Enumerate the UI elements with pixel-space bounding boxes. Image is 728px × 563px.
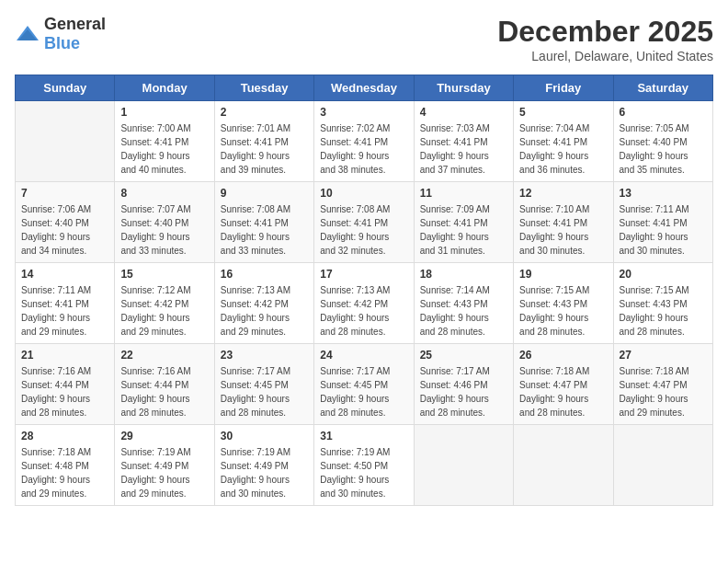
day-info: Sunrise: 7:13 AMSunset: 4:42 PMDaylight:… xyxy=(221,283,308,339)
day-number: 7 xyxy=(21,187,108,200)
day-info: Sunrise: 7:05 AMSunset: 4:40 PMDaylight:… xyxy=(620,121,707,177)
day-info: Sunrise: 7:19 AMSunset: 4:49 PMDaylight:… xyxy=(120,445,208,500)
day-number: 16 xyxy=(221,268,308,281)
weekday-header-tuesday: Tuesday xyxy=(214,75,313,101)
calendar-cell: 29Sunrise: 7:19 AMSunset: 4:49 PMDayligh… xyxy=(115,425,214,506)
day-number: 5 xyxy=(519,106,607,119)
day-info: Sunrise: 7:11 AMSunset: 4:41 PMDaylight:… xyxy=(21,283,108,339)
day-info: Sunrise: 7:18 AMSunset: 4:47 PMDaylight:… xyxy=(620,364,707,419)
calendar-cell: 21Sunrise: 7:16 AMSunset: 4:44 PMDayligh… xyxy=(16,344,115,425)
day-info: Sunrise: 7:03 AMSunset: 4:41 PMDaylight:… xyxy=(420,121,507,177)
day-info: Sunrise: 7:08 AMSunset: 4:41 PMDaylight:… xyxy=(221,202,308,258)
day-number: 17 xyxy=(320,268,407,281)
week-row-5: 28Sunrise: 7:18 AMSunset: 4:48 PMDayligh… xyxy=(16,425,713,506)
week-row-4: 21Sunrise: 7:16 AMSunset: 4:44 PMDayligh… xyxy=(16,344,713,425)
calendar-cell: 31Sunrise: 7:19 AMSunset: 4:50 PMDayligh… xyxy=(314,425,414,506)
week-row-2: 7Sunrise: 7:06 AMSunset: 4:40 PMDaylight… xyxy=(16,182,713,263)
day-info: Sunrise: 7:00 AMSunset: 4:41 PMDaylight:… xyxy=(120,121,208,177)
calendar-cell xyxy=(613,425,712,506)
calendar-cell: 18Sunrise: 7:14 AMSunset: 4:43 PMDayligh… xyxy=(414,263,513,344)
day-info: Sunrise: 7:11 AMSunset: 4:41 PMDaylight:… xyxy=(620,202,707,258)
day-number: 29 xyxy=(120,430,208,442)
calendar-cell: 10Sunrise: 7:08 AMSunset: 4:41 PMDayligh… xyxy=(314,182,414,263)
day-number: 10 xyxy=(320,187,407,200)
day-number: 25 xyxy=(420,349,507,362)
day-number: 21 xyxy=(21,349,108,362)
calendar-cell: 14Sunrise: 7:11 AMSunset: 4:41 PMDayligh… xyxy=(16,263,115,344)
day-number: 24 xyxy=(320,349,407,362)
day-info: Sunrise: 7:18 AMSunset: 4:47 PMDaylight:… xyxy=(519,364,607,419)
day-info: Sunrise: 7:16 AMSunset: 4:44 PMDaylight:… xyxy=(120,364,208,419)
week-row-3: 14Sunrise: 7:11 AMSunset: 4:41 PMDayligh… xyxy=(16,263,713,344)
calendar-cell: 15Sunrise: 7:12 AMSunset: 4:42 PMDayligh… xyxy=(115,263,214,344)
day-info: Sunrise: 7:14 AMSunset: 4:43 PMDaylight:… xyxy=(420,283,507,339)
calendar-cell: 4Sunrise: 7:03 AMSunset: 4:41 PMDaylight… xyxy=(414,101,513,182)
day-info: Sunrise: 7:06 AMSunset: 4:40 PMDaylight:… xyxy=(21,202,108,258)
day-number: 28 xyxy=(21,430,108,442)
calendar-cell: 16Sunrise: 7:13 AMSunset: 4:42 PMDayligh… xyxy=(214,263,313,344)
weekday-header-row: SundayMondayTuesdayWednesdayThursdayFrid… xyxy=(16,75,713,101)
calendar-cell: 7Sunrise: 7:06 AMSunset: 4:40 PMDaylight… xyxy=(16,182,115,263)
logo-icon xyxy=(15,24,40,44)
day-info: Sunrise: 7:15 AMSunset: 4:43 PMDaylight:… xyxy=(620,283,707,339)
header: General Blue December 2025 Laurel, Delaw… xyxy=(15,15,713,63)
calendar-cell: 9Sunrise: 7:08 AMSunset: 4:41 PMDaylight… xyxy=(214,182,313,263)
day-info: Sunrise: 7:17 AMSunset: 4:46 PMDaylight:… xyxy=(420,364,507,419)
day-info: Sunrise: 7:08 AMSunset: 4:41 PMDaylight:… xyxy=(320,202,407,258)
calendar-cell: 30Sunrise: 7:19 AMSunset: 4:49 PMDayligh… xyxy=(214,425,313,506)
calendar-cell: 24Sunrise: 7:17 AMSunset: 4:45 PMDayligh… xyxy=(314,344,414,425)
logo-general: General xyxy=(44,15,106,33)
day-number: 30 xyxy=(221,430,308,442)
day-number: 23 xyxy=(221,349,308,362)
calendar-table: SundayMondayTuesdayWednesdayThursdayFrid… xyxy=(15,75,713,506)
calendar-cell: 1Sunrise: 7:00 AMSunset: 4:41 PMDaylight… xyxy=(115,101,214,182)
day-number: 18 xyxy=(420,268,507,281)
calendar-cell: 19Sunrise: 7:15 AMSunset: 4:43 PMDayligh… xyxy=(514,263,613,344)
calendar-cell xyxy=(514,425,613,506)
weekday-header-thursday: Thursday xyxy=(414,75,513,101)
calendar-cell: 26Sunrise: 7:18 AMSunset: 4:47 PMDayligh… xyxy=(514,344,613,425)
day-info: Sunrise: 7:10 AMSunset: 4:41 PMDaylight:… xyxy=(519,202,607,258)
day-info: Sunrise: 7:17 AMSunset: 4:45 PMDaylight:… xyxy=(221,364,308,419)
logo-text: General Blue xyxy=(44,15,106,53)
day-info: Sunrise: 7:04 AMSunset: 4:41 PMDaylight:… xyxy=(519,121,607,177)
calendar-cell: 12Sunrise: 7:10 AMSunset: 4:41 PMDayligh… xyxy=(514,182,613,263)
calendar-cell: 6Sunrise: 7:05 AMSunset: 4:40 PMDaylight… xyxy=(613,101,712,182)
day-info: Sunrise: 7:18 AMSunset: 4:48 PMDaylight:… xyxy=(21,445,108,500)
title-area: December 2025 Laurel, Delaware, United S… xyxy=(497,15,713,63)
day-number: 6 xyxy=(620,106,707,119)
calendar-cell: 20Sunrise: 7:15 AMSunset: 4:43 PMDayligh… xyxy=(613,263,712,344)
day-number: 1 xyxy=(120,106,208,119)
weekday-header-monday: Monday xyxy=(115,75,214,101)
day-info: Sunrise: 7:19 AMSunset: 4:50 PMDaylight:… xyxy=(320,445,407,500)
location-subtitle: Laurel, Delaware, United States xyxy=(497,49,713,63)
calendar-cell: 5Sunrise: 7:04 AMSunset: 4:41 PMDaylight… xyxy=(514,101,613,182)
weekday-header-friday: Friday xyxy=(514,75,613,101)
calendar-cell: 25Sunrise: 7:17 AMSunset: 4:46 PMDayligh… xyxy=(414,344,513,425)
day-info: Sunrise: 7:02 AMSunset: 4:41 PMDaylight:… xyxy=(320,121,407,177)
day-number: 8 xyxy=(120,187,208,200)
calendar-cell xyxy=(414,425,513,506)
day-info: Sunrise: 7:17 AMSunset: 4:45 PMDaylight:… xyxy=(320,364,407,419)
day-info: Sunrise: 7:07 AMSunset: 4:40 PMDaylight:… xyxy=(120,202,208,258)
calendar-cell: 28Sunrise: 7:18 AMSunset: 4:48 PMDayligh… xyxy=(16,425,115,506)
logo: General Blue xyxy=(15,15,106,53)
day-info: Sunrise: 7:15 AMSunset: 4:43 PMDaylight:… xyxy=(519,283,607,339)
calendar-cell: 22Sunrise: 7:16 AMSunset: 4:44 PMDayligh… xyxy=(115,344,214,425)
weekday-header-wednesday: Wednesday xyxy=(314,75,414,101)
logo-blue: Blue xyxy=(44,34,80,52)
day-info: Sunrise: 7:19 AMSunset: 4:49 PMDaylight:… xyxy=(221,445,308,500)
day-info: Sunrise: 7:16 AMSunset: 4:44 PMDaylight:… xyxy=(21,364,108,419)
day-number: 12 xyxy=(519,187,607,200)
week-row-1: 1Sunrise: 7:00 AMSunset: 4:41 PMDaylight… xyxy=(16,101,713,182)
day-number: 14 xyxy=(21,268,108,281)
calendar-cell: 2Sunrise: 7:01 AMSunset: 4:41 PMDaylight… xyxy=(214,101,313,182)
day-info: Sunrise: 7:09 AMSunset: 4:41 PMDaylight:… xyxy=(420,202,507,258)
weekday-header-sunday: Sunday xyxy=(16,75,115,101)
weekday-header-saturday: Saturday xyxy=(613,75,712,101)
calendar-cell: 3Sunrise: 7:02 AMSunset: 4:41 PMDaylight… xyxy=(314,101,414,182)
day-number: 19 xyxy=(519,268,607,281)
day-number: 31 xyxy=(320,430,407,442)
calendar-cell: 13Sunrise: 7:11 AMSunset: 4:41 PMDayligh… xyxy=(613,182,712,263)
day-info: Sunrise: 7:01 AMSunset: 4:41 PMDaylight:… xyxy=(221,121,308,177)
